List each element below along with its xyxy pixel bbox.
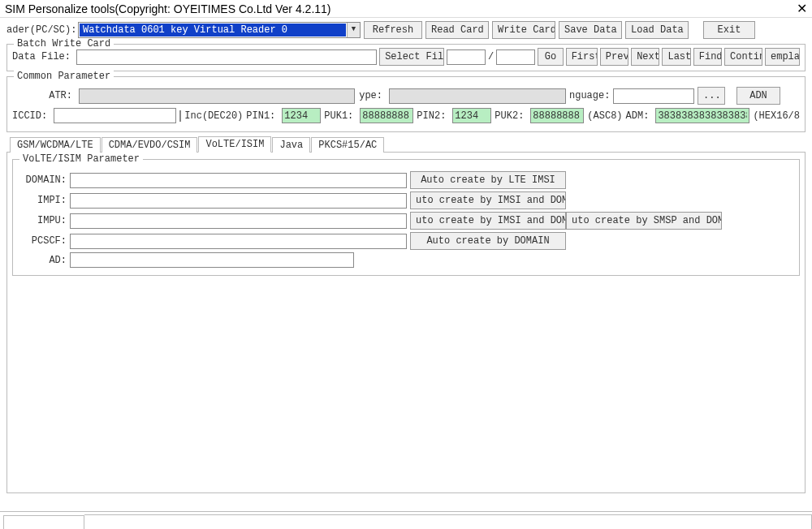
adm-label: ADM: — [626, 110, 653, 122]
volte-legend: VoLTE/ISIM Parameter — [19, 153, 143, 165]
reader-dropdown[interactable]: Watchdata 0601 key Virtual Reader 0 ▼ — [78, 22, 361, 38]
pcscf-label: PCSCF: — [18, 235, 70, 247]
language-input[interactable] — [613, 88, 694, 104]
tab-volte[interactable]: VoLTE/ISIM — [198, 136, 271, 153]
type-label: ype: — [358, 90, 386, 101]
go-button[interactable]: Go — [538, 48, 563, 66]
prev-button[interactable]: Prev — [600, 48, 628, 66]
impi-label: IMPI: — [18, 195, 70, 206]
type-input[interactable] — [389, 88, 566, 104]
adm-input[interactable] — [655, 108, 749, 123]
pin2-input[interactable] — [452, 108, 491, 123]
first-button[interactable]: First — [566, 48, 598, 66]
puk1-label: PUK1: — [324, 110, 356, 122]
status-bar — [0, 511, 812, 529]
inc-label: Inc(DEC20) — [184, 110, 243, 122]
read-card-button[interactable]: Read Card — [425, 21, 489, 39]
impi-input[interactable] — [70, 193, 407, 209]
tab-body: VoLTE/ISIM Parameter DOMAIN: Auto create… — [6, 153, 806, 493]
tab-java[interactable]: Java — [272, 137, 310, 153]
select-file-button[interactable]: Select File — [379, 48, 444, 66]
inc-checkbox[interactable] — [179, 110, 181, 122]
ad-label: AD: — [18, 255, 70, 266]
asc8-label: (ASC8) — [587, 110, 622, 122]
exit-button[interactable]: Exit — [703, 21, 755, 39]
language-label: nguage: — [569, 90, 610, 101]
pos2-input[interactable] — [496, 49, 535, 65]
slash-label: / — [488, 51, 494, 62]
impu-input[interactable] — [70, 213, 407, 229]
impu-label: IMPU: — [18, 215, 70, 226]
atr-label: ATR: — [12, 90, 76, 101]
language-browse-button[interactable]: ... — [698, 87, 725, 105]
refresh-button[interactable]: Refresh — [364, 21, 422, 39]
batch-legend: Batch Write Card — [14, 38, 114, 49]
chevron-down-icon[interactable]: ▼ — [347, 23, 360, 37]
window-title: SIM Personalize tools(Copyright: OYEITIM… — [5, 2, 331, 15]
load-data-button[interactable]: Load Data — [625, 21, 689, 39]
last-button[interactable]: Last — [662, 48, 690, 66]
common-legend: Common Parameter — [14, 71, 114, 82]
ad-input[interactable] — [70, 252, 354, 268]
pcscf-input[interactable] — [70, 234, 407, 249]
batch-write-group: Batch Write Card Data File: Select File … — [6, 44, 806, 71]
data-file-input[interactable] — [76, 49, 377, 65]
pin1-input[interactable] — [282, 108, 321, 123]
common-param-group: Common Parameter ATR: ype: nguage: ... A… — [6, 76, 806, 132]
hex-label: (HEX16/8 — [753, 110, 800, 122]
data-file-label: Data File: — [12, 51, 74, 62]
atr-input[interactable] — [79, 88, 355, 104]
status-line — [84, 514, 812, 529]
impu-auto2-button[interactable]: uto create by SMSP and DOMAIN — [566, 212, 722, 230]
template-button[interactable]: emplat — [765, 48, 800, 66]
continue-button[interactable]: Continu — [724, 48, 762, 66]
titlebar: SIM Personalize tools(Copyright: OYEITIM… — [0, 0, 812, 18]
find-button[interactable]: Find — [693, 48, 722, 66]
reader-label: ader(PC/SC): — [6, 24, 75, 36]
pin2-label: PIN2: — [417, 110, 449, 122]
tab-strip: GSM/WCDMA/LTE CDMA/EVDO/CSIM VoLTE/ISIM … — [6, 135, 806, 153]
reader-selected: Watchdata 0601 key Virtual Reader 0 — [80, 24, 346, 37]
puk2-label: PUK2: — [495, 110, 527, 122]
tab-cdma[interactable]: CDMA/EVDO/CSIM — [102, 137, 198, 153]
tab-gsm[interactable]: GSM/WCDMA/LTE — [10, 137, 101, 153]
domain-label: DOMAIN: — [18, 174, 70, 186]
adn-button[interactable]: ADN — [736, 87, 780, 105]
pin1-label: PIN1: — [246, 110, 279, 122]
close-icon[interactable]: ✕ — [797, 1, 807, 16]
reader-row: ader(PC/SC): Watchdata 0601 key Virtual … — [6, 21, 806, 39]
volte-group: VoLTE/ISIM Parameter DOMAIN: Auto create… — [12, 159, 800, 276]
domain-input[interactable] — [70, 173, 407, 188]
status-tab[interactable] — [3, 515, 84, 529]
puk2-input[interactable] — [530, 108, 584, 123]
pcscf-auto-button[interactable]: Auto create by DOMAIN — [410, 232, 566, 250]
pos1-input[interactable] — [447, 49, 486, 65]
iccid-label: ICCID: — [12, 110, 50, 122]
tab-pkcs[interactable]: PKCS#15/AC — [311, 137, 384, 153]
impu-auto1-button[interactable]: uto create by IMSI and DOMAIN — [410, 212, 566, 230]
domain-auto-button[interactable]: Auto create by LTE IMSI — [410, 171, 566, 189]
iccid-input[interactable] — [54, 108, 176, 123]
save-data-button[interactable]: Save Data — [559, 21, 622, 39]
write-card-button[interactable]: Write Card — [492, 21, 555, 39]
puk1-input[interactable] — [360, 108, 413, 123]
next-button[interactable]: Next — [631, 48, 659, 66]
impi-auto-button[interactable]: uto create by IMSI and DOMAIN — [410, 191, 566, 209]
